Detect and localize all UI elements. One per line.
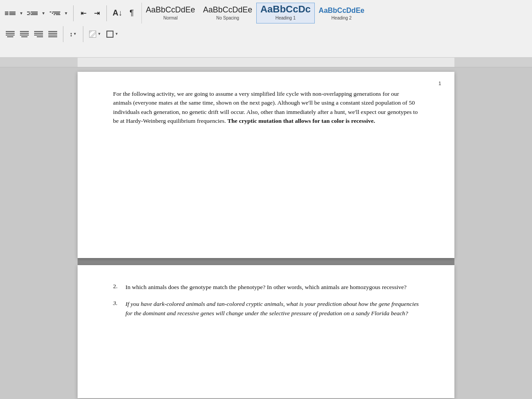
- border-arrow: ▼: [115, 32, 118, 36]
- divider-3: [63, 26, 63, 42]
- toolbar-row-1: ▼ ▼: [0, 0, 532, 24]
- align-left-button[interactable]: [4, 28, 17, 40]
- style-heading1[interactable]: AaBbCcDc Heading 1: [256, 3, 315, 23]
- line-spacing-arrow: ▼: [73, 32, 77, 36]
- toolbar: ▼ ▼: [0, 0, 532, 58]
- styles-panel: AaBbCcDdEe Normal AaBbCcDdEe No Spacing …: [141, 3, 368, 23]
- style-heading1-preview: AaBbCcDc: [260, 4, 311, 15]
- list-style-button-2[interactable]: [26, 7, 39, 20]
- style-normal-preview: AaBbCcDdEe: [146, 6, 195, 15]
- border-icon: [106, 31, 113, 38]
- list-style-button-1[interactable]: [4, 7, 17, 20]
- sort-icon: A↓: [113, 8, 122, 18]
- ruler-left-margin: [0, 58, 78, 67]
- toolbar-row-2: ↕ ▼ ▼ ▼: [0, 24, 532, 44]
- document-area: 1 For the following activity, we are goi…: [0, 67, 532, 399]
- style-normal[interactable]: AaBbCcDdEe Normal: [142, 3, 199, 23]
- page-separator: [78, 258, 454, 265]
- sort-pilcrow-group: A↓ ¶: [110, 7, 138, 20]
- align-right-button[interactable]: [32, 28, 45, 40]
- style-no-spacing-preview: AaBbCcDdEe: [203, 6, 252, 15]
- ruler-ticks-svg: [78, 58, 454, 67]
- border-button[interactable]: ▼: [104, 28, 121, 40]
- page-wrapper: 1 For the following activity, we are goi…: [0, 67, 532, 399]
- ruler: 1 2 3 4 5 6: [0, 58, 532, 67]
- shading-group: ▼ ▼: [87, 28, 121, 40]
- page-2-item-1: 2. In which animals does the genotype ma…: [113, 283, 419, 292]
- style-heading2-label: Heading 2: [332, 16, 352, 20]
- style-no-spacing-label: No Spacing: [216, 16, 239, 20]
- divider-1: [73, 5, 74, 21]
- page-1: 1 For the following activity, we are goi…: [78, 72, 454, 258]
- divider-2: [106, 5, 107, 21]
- decrease-indent-button[interactable]: ⇤: [77, 7, 90, 20]
- list-style-dropdown-2[interactable]: ▼: [40, 9, 47, 18]
- page-1-paragraph: For the following activity, we are going…: [113, 90, 419, 125]
- increase-indent-button[interactable]: ⇥: [90, 7, 103, 20]
- increase-indent-icon: ⇥: [94, 9, 100, 17]
- shading-button[interactable]: ▼: [87, 28, 103, 40]
- shading-icon: [89, 31, 96, 38]
- sort-button[interactable]: A↓: [110, 7, 125, 20]
- pilcrow-button[interactable]: ¶: [125, 7, 138, 20]
- page-2: 2. In which animals does the genotype ma…: [78, 265, 454, 398]
- list-content-2: In which animals does the genotype match…: [125, 283, 407, 292]
- list-content-3: If you have dark-colored animals and tan…: [125, 300, 419, 318]
- page-1-body[interactable]: For the following activity, we are going…: [113, 90, 419, 125]
- list-style-dropdown-1[interactable]: ▼: [18, 9, 25, 18]
- align-group: [4, 28, 59, 40]
- divider-4: [83, 26, 83, 42]
- decrease-indent-icon: ⇤: [81, 9, 86, 17]
- shading-arrow: ▼: [98, 32, 101, 36]
- indent-group: ⇤ ⇥: [77, 7, 103, 20]
- style-no-spacing[interactable]: AaBbCcDdEe No Spacing: [199, 3, 256, 23]
- line-spacing-icon: ↕: [70, 31, 73, 38]
- list-item-3: 3. If you have dark-colored animals and …: [113, 300, 419, 318]
- list-num-2: 2.: [113, 283, 122, 292]
- style-heading2[interactable]: AaBbCcDdEe Heading 2: [315, 3, 368, 23]
- ruler-right-margin: [454, 58, 532, 67]
- list-num-3: 3.: [113, 300, 122, 318]
- pilcrow-icon: ¶: [129, 8, 134, 18]
- line-spacing-button[interactable]: ↕ ▼: [67, 28, 79, 40]
- style-heading1-label: Heading 1: [275, 16, 296, 20]
- page-1-text-normal: For the following activity, we are going…: [113, 90, 418, 124]
- page-2-item-2: 3. If you have dark-colored animals and …: [113, 300, 419, 318]
- multilevel-list-button[interactable]: [48, 7, 62, 20]
- multilevel-list-dropdown[interactable]: ▼: [63, 9, 70, 18]
- justify-button[interactable]: [46, 28, 59, 40]
- style-normal-label: Normal: [163, 16, 177, 20]
- line-spacing-group: ↕ ▼: [67, 28, 79, 40]
- list-icons-group: ▼ ▼: [4, 7, 70, 20]
- align-center-button[interactable]: [18, 28, 31, 40]
- page-1-text-bold: The cryptic mutation that allows for tan…: [227, 117, 375, 124]
- style-heading2-preview: AaBbCcDdEe: [319, 7, 364, 15]
- ruler-active-area: 1 2 3 4 5 6: [78, 58, 454, 67]
- list-item-2: 2. In which animals does the genotype ma…: [113, 283, 419, 292]
- page-1-number: 1: [438, 81, 441, 86]
